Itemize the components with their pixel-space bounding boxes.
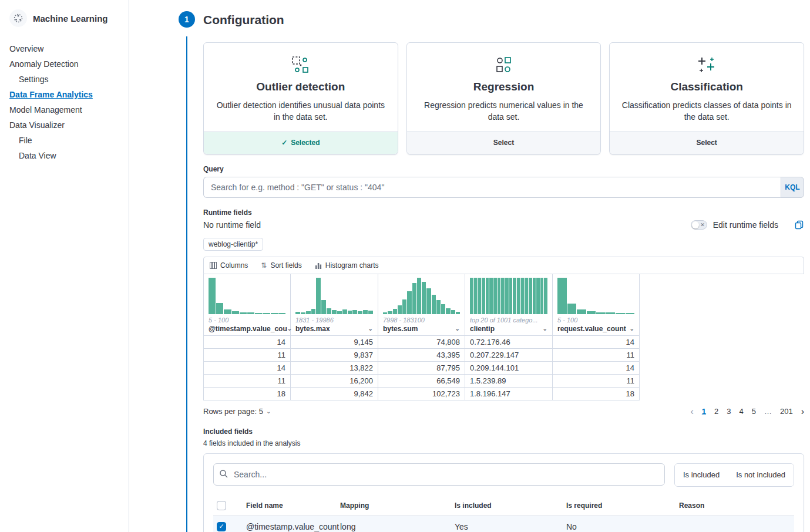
index-pattern-badge[interactable]: weblog-clientip* [203,238,263,251]
sort-fields-button[interactable]: ⇅ Sort fields [261,261,301,270]
card-classification[interactable]: Classification Classification predicts c… [609,42,804,154]
page-3-button[interactable]: 3 [727,407,731,416]
next-page-button[interactable]: › [801,406,804,417]
card-title: Regression [416,80,591,93]
outlier-detection-icon [213,53,388,77]
page-4-button[interactable]: 4 [740,407,744,416]
cell: 14 [553,362,640,375]
sidebar-item-file[interactable]: File [19,136,119,145]
runtime-empty-text: No runtime field [203,220,261,230]
prev-page-button[interactable]: ‹ [690,406,693,417]
sidebar-item-settings[interactable]: Settings [19,75,119,84]
column-header-mapping: Mapping [335,501,450,510]
card-title: Outlier detection [213,80,388,93]
column-name: bytes.max [295,325,330,333]
histogram-timestamp [209,278,285,314]
card-description: Outlier detection identifies unusual dat… [213,99,388,123]
grid-column-header-request[interactable]: 5 - 100 request.value_count⌄ [553,274,640,336]
chevron-down-icon[interactable]: ⌄ [543,325,547,332]
card-footer-label: Selected [291,139,320,147]
fields-search-input[interactable] [213,463,665,486]
grid-toolbar: Columns ⇅ Sort fields Histogram charts [203,257,804,274]
column-name: @timestamp.value_cou [209,325,287,333]
cell: 74,808 [378,336,465,349]
table-row: ✓ @timestamp.value_count long Yes No [213,516,794,532]
cell: 14 [204,336,291,349]
rows-per-page-button[interactable]: Rows per page: 5 ⌄ [203,407,271,416]
histogram-charts-button[interactable]: Histogram charts [315,261,379,270]
columns-button-label: Columns [220,261,248,270]
is-included-filter-button[interactable]: Is included [675,464,728,486]
cell: 43,395 [378,349,465,362]
pagination-ellipsis: … [764,407,772,416]
regression-icon [416,53,591,77]
chevron-down-icon: ⌄ [266,408,271,415]
row-checkbox[interactable]: ✓ [217,522,226,531]
field-mapping: long [335,522,450,531]
ml-logo-icon [9,9,27,27]
query-search-input[interactable] [203,177,781,198]
main-area: 1 Configuration Outlier detectio [129,0,810,532]
cell: 9,145 [291,336,378,349]
histogram-bytes-max [295,278,373,314]
column-header-is-required: Is required [562,501,674,510]
sidebar-item-data-view[interactable]: Data View [19,151,119,160]
classification-select-button[interactable]: Select [610,132,804,154]
page-2-button[interactable]: 2 [714,407,718,416]
app-header: Machine Learning [9,9,119,27]
histogram-bytes-sum [383,278,460,314]
check-icon: ✓ [281,139,287,147]
page-1-button[interactable]: 1 [702,407,706,416]
cell: 66,549 [378,375,465,388]
outlier-detection-select-button[interactable]: ✓ Selected [204,132,398,154]
column-range-label: 7998 - 183100 [383,316,460,324]
cell: 9,842 [291,388,378,400]
included-fields-subtitle: 4 fields included in the analysis [203,439,804,447]
grid-column-header-bytes-sum[interactable]: 7998 - 183100 bytes.sum⌄ [378,274,465,336]
sort-icon: ⇅ [261,261,267,270]
cell: 0.209.144.101 [465,362,553,375]
grid-column-header-clientip[interactable]: top 20 of 1001 catego... clientip⌄ [465,274,553,336]
column-name: bytes.sum [383,325,418,333]
toggle-knob [692,221,699,228]
cell: 102,723 [378,388,465,400]
cell: 11 [553,349,640,362]
table-row: 14 13,822 87,795 0.209.144.101 14 [204,362,640,375]
grid-column-header-timestamp[interactable]: 5 - 100 @timestamp.value_cou⌄ [204,274,291,336]
job-type-cards: Outlier detection Outlier detection iden… [203,42,804,154]
grid-column-header-bytes-max[interactable]: 1831 - 19986 bytes.max⌄ [291,274,378,336]
field-name: @timestamp.value_count [241,522,335,531]
chevron-down-icon[interactable]: ⌄ [368,325,373,332]
sidebar-item-overview[interactable]: Overview [9,45,119,53]
sidebar-item-data-visualizer[interactable]: Data Visualizer [9,121,119,130]
page-201-button[interactable]: 201 [780,407,793,416]
kql-button[interactable]: KQL [781,177,804,198]
step-rail-line [186,36,187,532]
card-regression[interactable]: Regression Regression predicts numerical… [406,42,601,154]
app-title: Machine Learning [33,14,108,23]
card-description: Regression predicts numerical values in … [416,99,591,123]
column-header-reason: Reason [674,501,794,510]
edit-runtime-fields-toggle[interactable]: ✕ [691,220,707,230]
select-all-checkbox[interactable] [217,501,226,510]
included-fields-table: Field name Mapping Is included Is requir… [213,496,794,532]
chevron-down-icon[interactable]: ⌄ [455,325,460,332]
cell: 18 [204,388,291,400]
table-row: 18 9,842 102,723 1.8.196.147 18 [204,388,640,400]
card-outlier-detection[interactable]: Outlier detection Outlier detection iden… [203,42,398,154]
regression-select-button[interactable]: Select [407,132,601,154]
histogram-clientip [470,278,547,314]
is-not-included-filter-button[interactable]: Is not included [728,464,794,486]
histogram-icon [315,262,322,269]
sidebar-item-data-frame-analytics[interactable]: Data Frame Analytics [9,90,119,99]
include-filter-group: Is included Is not included [674,463,794,487]
sidebar-item-anomaly-detection[interactable]: Anomaly Detection [9,60,119,69]
columns-button[interactable]: Columns [210,261,248,270]
sidebar-item-model-management[interactable]: Model Management [9,106,119,115]
cell: 18 [553,388,640,400]
table-row: 11 9,837 43,395 0.207.229.147 11 [204,349,640,362]
chevron-down-icon[interactable]: ⌄ [630,325,634,332]
copy-icon[interactable] [795,220,804,230]
cell: 87,795 [378,362,465,375]
page-5-button[interactable]: 5 [752,407,756,416]
